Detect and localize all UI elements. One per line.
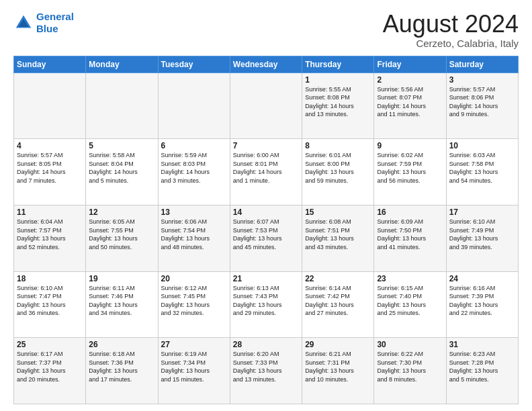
calendar-cell: 2Sunrise: 5:56 AM Sunset: 8:07 PM Daylig… bbox=[374, 73, 446, 139]
header-tuesday: Tuesday bbox=[158, 56, 230, 73]
day-number: 18 bbox=[17, 274, 83, 283]
cell-info: Sunrise: 6:11 AM Sunset: 7:46 PM Dayligh… bbox=[89, 284, 154, 318]
logo-icon bbox=[13, 13, 34, 33]
cell-info: Sunrise: 6:00 AM Sunset: 8:01 PM Dayligh… bbox=[233, 151, 299, 185]
day-number: 1 bbox=[305, 75, 371, 85]
day-number: 9 bbox=[377, 141, 443, 150]
day-number: 21 bbox=[233, 274, 299, 283]
calendar-cell: 15Sunrise: 6:08 AM Sunset: 7:51 PM Dayli… bbox=[302, 205, 374, 271]
day-number: 28 bbox=[233, 340, 299, 349]
day-number: 17 bbox=[449, 208, 515, 217]
day-number: 4 bbox=[17, 141, 83, 150]
day-number: 2 bbox=[377, 75, 443, 85]
calendar-cell: 6Sunrise: 5:59 AM Sunset: 8:03 PM Daylig… bbox=[158, 139, 230, 205]
page: General Blue August 2024 Cerzeto, Calabr… bbox=[0, 0, 532, 411]
header: General Blue August 2024 Cerzeto, Calabr… bbox=[13, 11, 519, 49]
calendar-cell: 11Sunrise: 6:04 AM Sunset: 7:57 PM Dayli… bbox=[14, 205, 86, 271]
day-number: 10 bbox=[449, 141, 515, 150]
calendar-cell bbox=[230, 73, 302, 139]
calendar-cell: 26Sunrise: 6:18 AM Sunset: 7:36 PM Dayli… bbox=[86, 338, 158, 404]
calendar-cell: 14Sunrise: 6:07 AM Sunset: 7:53 PM Dayli… bbox=[230, 205, 302, 271]
cell-info: Sunrise: 5:58 AM Sunset: 8:04 PM Dayligh… bbox=[89, 151, 154, 185]
day-number: 7 bbox=[233, 141, 299, 150]
day-number: 26 bbox=[89, 340, 154, 349]
calendar-cell bbox=[14, 73, 86, 139]
day-number: 19 bbox=[89, 274, 154, 283]
day-number: 14 bbox=[233, 208, 299, 217]
calendar-week-3: 11Sunrise: 6:04 AM Sunset: 7:57 PM Dayli… bbox=[14, 205, 519, 271]
day-number: 16 bbox=[377, 208, 443, 217]
cell-info: Sunrise: 6:10 AM Sunset: 7:47 PM Dayligh… bbox=[17, 284, 83, 318]
day-number: 27 bbox=[161, 340, 227, 349]
cell-info: Sunrise: 6:09 AM Sunset: 7:50 PM Dayligh… bbox=[377, 218, 443, 251]
calendar-cell: 4Sunrise: 5:57 AM Sunset: 8:05 PM Daylig… bbox=[14, 139, 86, 205]
calendar-header-row: Sunday Monday Tuesday Wednesday Thursday… bbox=[14, 56, 519, 73]
calendar-cell: 7Sunrise: 6:00 AM Sunset: 8:01 PM Daylig… bbox=[230, 139, 302, 205]
cell-info: Sunrise: 6:03 AM Sunset: 7:58 PM Dayligh… bbox=[449, 151, 515, 185]
calendar-cell: 9Sunrise: 6:02 AM Sunset: 7:59 PM Daylig… bbox=[374, 139, 446, 205]
header-thursday: Thursday bbox=[302, 56, 374, 73]
logo-text: General Blue bbox=[36, 11, 74, 35]
day-number: 12 bbox=[89, 208, 154, 217]
cell-info: Sunrise: 6:02 AM Sunset: 7:59 PM Dayligh… bbox=[377, 151, 443, 185]
day-number: 25 bbox=[17, 340, 83, 349]
calendar-cell: 25Sunrise: 6:17 AM Sunset: 7:37 PM Dayli… bbox=[14, 338, 86, 404]
calendar-cell: 3Sunrise: 5:57 AM Sunset: 8:06 PM Daylig… bbox=[446, 73, 518, 139]
cell-info: Sunrise: 6:18 AM Sunset: 7:36 PM Dayligh… bbox=[89, 350, 154, 383]
calendar-cell: 5Sunrise: 5:58 AM Sunset: 8:04 PM Daylig… bbox=[86, 139, 158, 205]
day-number: 20 bbox=[161, 274, 227, 283]
calendar-week-4: 18Sunrise: 6:10 AM Sunset: 7:47 PM Dayli… bbox=[14, 271, 519, 338]
cell-info: Sunrise: 6:13 AM Sunset: 7:43 PM Dayligh… bbox=[233, 284, 299, 318]
calendar-week-2: 4Sunrise: 5:57 AM Sunset: 8:05 PM Daylig… bbox=[14, 139, 519, 205]
calendar-cell: 22Sunrise: 6:14 AM Sunset: 7:42 PM Dayli… bbox=[302, 271, 374, 338]
day-number: 22 bbox=[305, 274, 371, 283]
calendar-cell: 10Sunrise: 6:03 AM Sunset: 7:58 PM Dayli… bbox=[446, 139, 518, 205]
calendar-cell: 30Sunrise: 6:22 AM Sunset: 7:30 PM Dayli… bbox=[374, 338, 446, 404]
cell-info: Sunrise: 6:10 AM Sunset: 7:49 PM Dayligh… bbox=[449, 218, 515, 251]
day-number: 11 bbox=[17, 208, 83, 217]
day-number: 31 bbox=[449, 340, 515, 349]
cell-info: Sunrise: 6:20 AM Sunset: 7:33 PM Dayligh… bbox=[233, 350, 299, 383]
cell-info: Sunrise: 6:12 AM Sunset: 7:45 PM Dayligh… bbox=[161, 284, 227, 318]
cell-info: Sunrise: 5:56 AM Sunset: 8:07 PM Dayligh… bbox=[377, 85, 443, 119]
calendar-cell: 24Sunrise: 6:16 AM Sunset: 7:39 PM Dayli… bbox=[446, 271, 518, 338]
calendar-cell bbox=[158, 73, 230, 139]
day-number: 30 bbox=[377, 340, 443, 349]
header-wednesday: Wednesday bbox=[230, 56, 302, 73]
cell-info: Sunrise: 6:15 AM Sunset: 7:40 PM Dayligh… bbox=[377, 284, 443, 318]
calendar-cell: 29Sunrise: 6:21 AM Sunset: 7:31 PM Dayli… bbox=[302, 338, 374, 404]
calendar-week-1: 1Sunrise: 5:55 AM Sunset: 8:08 PM Daylig… bbox=[14, 73, 519, 139]
cell-info: Sunrise: 6:19 AM Sunset: 7:34 PM Dayligh… bbox=[161, 350, 227, 383]
calendar-cell: 23Sunrise: 6:15 AM Sunset: 7:40 PM Dayli… bbox=[374, 271, 446, 338]
day-number: 6 bbox=[161, 141, 227, 150]
calendar-cell: 17Sunrise: 6:10 AM Sunset: 7:49 PM Dayli… bbox=[446, 205, 518, 271]
calendar-table: Sunday Monday Tuesday Wednesday Thursday… bbox=[13, 56, 519, 404]
calendar-cell: 18Sunrise: 6:10 AM Sunset: 7:47 PM Dayli… bbox=[14, 271, 86, 338]
logo-line1: General bbox=[36, 11, 74, 22]
calendar-cell: 28Sunrise: 6:20 AM Sunset: 7:33 PM Dayli… bbox=[230, 338, 302, 404]
header-saturday: Saturday bbox=[446, 56, 518, 73]
day-number: 3 bbox=[449, 75, 515, 85]
logo: General Blue bbox=[13, 11, 74, 35]
cell-info: Sunrise: 5:57 AM Sunset: 8:06 PM Dayligh… bbox=[449, 85, 515, 119]
cell-info: Sunrise: 6:07 AM Sunset: 7:53 PM Dayligh… bbox=[233, 218, 299, 251]
calendar-cell: 12Sunrise: 6:05 AM Sunset: 7:55 PM Dayli… bbox=[86, 205, 158, 271]
calendar-cell: 20Sunrise: 6:12 AM Sunset: 7:45 PM Dayli… bbox=[158, 271, 230, 338]
day-number: 5 bbox=[89, 141, 154, 150]
cell-info: Sunrise: 6:08 AM Sunset: 7:51 PM Dayligh… bbox=[305, 218, 371, 251]
day-number: 15 bbox=[305, 208, 371, 217]
cell-info: Sunrise: 6:05 AM Sunset: 7:55 PM Dayligh… bbox=[89, 218, 154, 251]
header-sunday: Sunday bbox=[14, 56, 86, 73]
header-monday: Monday bbox=[86, 56, 158, 73]
logo-line2: Blue bbox=[36, 23, 58, 34]
calendar-cell: 8Sunrise: 6:01 AM Sunset: 8:00 PM Daylig… bbox=[302, 139, 374, 205]
cell-info: Sunrise: 6:17 AM Sunset: 7:37 PM Dayligh… bbox=[17, 350, 83, 383]
cell-info: Sunrise: 6:04 AM Sunset: 7:57 PM Dayligh… bbox=[17, 218, 83, 251]
cell-info: Sunrise: 5:57 AM Sunset: 8:05 PM Dayligh… bbox=[17, 151, 83, 185]
calendar-cell: 21Sunrise: 6:13 AM Sunset: 7:43 PM Dayli… bbox=[230, 271, 302, 338]
day-number: 8 bbox=[305, 141, 371, 150]
calendar-cell: 31Sunrise: 6:23 AM Sunset: 7:28 PM Dayli… bbox=[446, 338, 518, 404]
title-block: August 2024 Cerzeto, Calabria, Italy bbox=[383, 11, 519, 49]
cell-info: Sunrise: 5:55 AM Sunset: 8:08 PM Dayligh… bbox=[305, 85, 371, 119]
cell-info: Sunrise: 6:01 AM Sunset: 8:00 PM Dayligh… bbox=[305, 151, 371, 185]
